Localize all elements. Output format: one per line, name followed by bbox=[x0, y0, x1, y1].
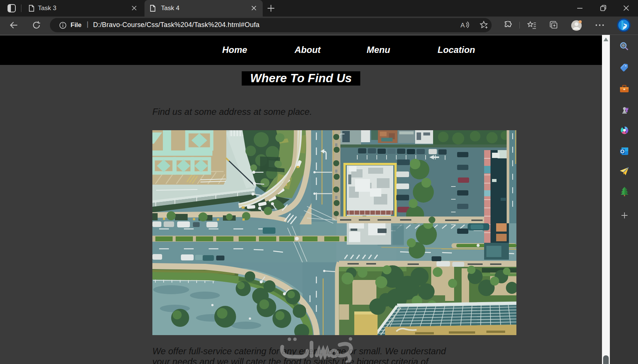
svg-text:A: A bbox=[460, 22, 465, 29]
